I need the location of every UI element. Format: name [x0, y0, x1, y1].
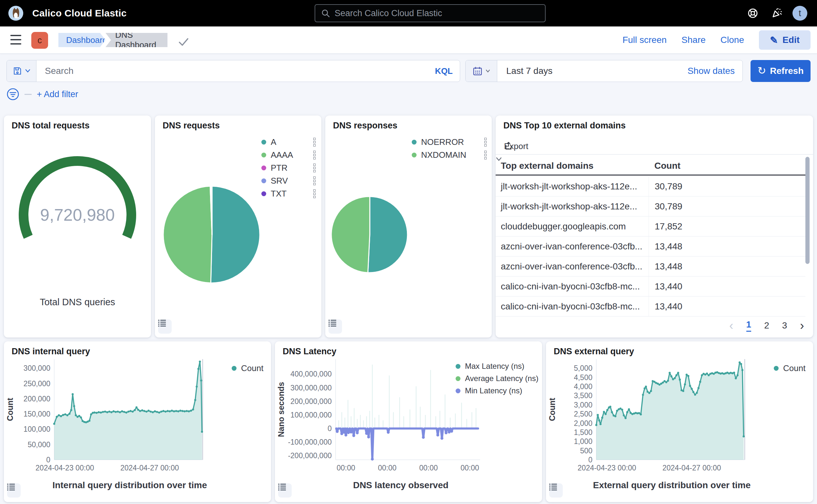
legend-item[interactable]: Average Latency (ns) — [456, 372, 539, 385]
table-row[interactable]: azcni-over-ivan-conference-03cfb...13,44… — [496, 237, 805, 257]
legend-item[interactable]: NXDOMAIN — [412, 148, 487, 161]
pagination-page-2[interactable]: 2 — [764, 320, 769, 331]
calendar-menu[interactable] — [466, 60, 497, 82]
table-row[interactable]: jlt-worksh-jlt-workshop-aks-112e...30,78… — [496, 197, 805, 217]
legend-label: Count — [783, 363, 805, 373]
panel-list-icon[interactable] — [278, 483, 292, 498]
cell-count: 13,440 — [649, 297, 805, 316]
cell-domain: calico-cni-ivan-byocni-03cfb8-mc... — [496, 301, 649, 312]
whats-new-party-icon[interactable] — [770, 6, 783, 20]
pagination-next-icon[interactable]: › — [800, 319, 804, 332]
legend-item[interactable]: A — [261, 136, 316, 148]
kql-search-input[interactable]: Search KQL — [6, 60, 460, 82]
column-header-count[interactable]: Count — [649, 161, 805, 171]
external-query-chart[interactable]: 05001,0001,5002,0002,5003,0003,5004,0004… — [546, 341, 813, 502]
add-filter-button[interactable]: + Add filter — [37, 89, 78, 99]
refresh-label: Refresh — [770, 66, 803, 76]
svg-text:200,000: 200,000 — [24, 395, 50, 403]
legend-label: Min Latency (ns) — [465, 386, 539, 395]
svg-text:5,000: 5,000 — [574, 364, 592, 372]
pagination-page-1[interactable]: 1 — [746, 319, 751, 332]
svg-text:0: 0 — [328, 424, 332, 433]
saved-query-menu[interactable] — [7, 60, 36, 82]
time-range-picker[interactable]: Last 7 days Show dates — [465, 60, 743, 82]
svg-text:300,000: 300,000 — [24, 364, 50, 372]
breadcrumb-dashboard[interactable]: Dashboard — [58, 33, 106, 47]
breadcrumb-dns-dashboard[interactable]: DNS Dashboard — [106, 33, 167, 47]
panel-list-icon[interactable] — [549, 483, 563, 498]
panel-list-icon[interactable] — [158, 319, 172, 334]
legend-dot-icon — [232, 366, 237, 371]
full-screen-button[interactable]: Full screen — [622, 35, 667, 45]
time-range-value[interactable]: Last 7 days — [497, 66, 688, 76]
legend-action-icon[interactable] — [311, 151, 316, 159]
table-body: jlt-worksh-jlt-workshop-aks-112e...30,78… — [496, 176, 805, 317]
menu-icon[interactable] — [10, 35, 21, 45]
legend-item[interactable]: Max Latency (ns) — [456, 360, 539, 372]
column-header-domains[interactable]: Top external domains — [496, 161, 649, 171]
dashboard-navbar: c Dashboard DNS Dashboard Full screen Sh… — [0, 26, 817, 54]
table-row[interactable]: calico-cni-ivan-byocni-03cfb8-mc...13,44… — [496, 277, 805, 297]
legend-action-icon[interactable] — [311, 189, 316, 198]
svg-text:2024-04-23 00:00: 2024-04-23 00:00 — [35, 464, 94, 472]
pagination-prev-icon[interactable]: ‹ — [729, 319, 733, 332]
column-label: Count — [654, 161, 681, 171]
user-avatar[interactable]: t — [792, 6, 807, 21]
pagination-page-3[interactable]: 3 — [782, 320, 787, 331]
svg-text:300,000,000: 300,000,000 — [290, 384, 332, 392]
table-row[interactable]: clouddebugger.googleapis.com17,852 — [496, 217, 805, 237]
kql-button[interactable]: KQL — [435, 66, 460, 76]
panel-list-icon[interactable] — [328, 319, 342, 334]
help-icon[interactable] — [746, 6, 760, 20]
legend-item[interactable]: Min Latency (ns) — [456, 385, 539, 397]
svg-text:400,000,000: 400,000,000 — [290, 370, 332, 378]
legend-dot-icon — [456, 376, 460, 381]
legend-action-icon[interactable] — [311, 138, 316, 146]
table-row[interactable]: jlt-worksh-jlt-workshop-aks-112e...30,78… — [496, 176, 805, 197]
space-badge-letter: c — [37, 35, 42, 45]
table-scrollbar[interactable] — [805, 157, 810, 264]
filter-icon[interactable] — [6, 88, 19, 101]
legend-dot-icon — [261, 140, 266, 145]
svg-text:250,000: 250,000 — [24, 379, 50, 388]
table-header-row: Top external domains Count — [496, 157, 805, 176]
svg-text:2024-04-27 00:00: 2024-04-27 00:00 — [120, 464, 179, 472]
legend-item[interactable]: SRV — [261, 174, 316, 187]
search-icon — [321, 9, 330, 18]
panel-list-icon[interactable] — [7, 483, 21, 498]
legend-label: NXDOMAIN — [421, 150, 478, 160]
edit-button[interactable]: ✎ Edit — [759, 30, 811, 50]
space-badge[interactable]: c — [31, 32, 48, 49]
legend-item[interactable]: AAAA — [261, 148, 316, 161]
svg-text:Count: Count — [5, 398, 15, 421]
legend-item[interactable]: Count — [232, 362, 263, 374]
legend-action-icon[interactable] — [311, 176, 316, 185]
legend-label: SRV — [271, 176, 307, 186]
svg-text:00:00: 00:00 — [419, 464, 438, 472]
legend-action-icon[interactable] — [482, 151, 487, 159]
breadcrumb-label: DNS Dashboard — [115, 30, 162, 50]
refresh-button[interactable]: ↻ Refresh — [751, 60, 811, 82]
table-row[interactable]: calico-cni-ivan-byocni-03cfb8-mc...13,44… — [496, 297, 805, 317]
global-search-input[interactable]: Search Calico Cloud Elastic — [315, 4, 546, 22]
legend-item[interactable]: PTR — [261, 161, 316, 174]
legend-item[interactable]: NOERROR — [412, 136, 487, 148]
dns-latency-legend: Max Latency (ns)Average Latency (ns)Min … — [456, 360, 539, 397]
clone-button[interactable]: Clone — [721, 35, 744, 45]
legend-item[interactable]: Count — [774, 362, 805, 374]
svg-text:1,000: 1,000 — [574, 437, 592, 446]
share-button[interactable]: Share — [681, 35, 706, 45]
export-button[interactable]: Export — [504, 141, 528, 151]
show-dates-button[interactable]: Show dates — [688, 66, 742, 76]
internal-query-chart[interactable]: 050,000100,000150,000200,000250,000300,0… — [4, 341, 271, 502]
table-row[interactable]: azcni-over-ivan-conference-03cfb...13,44… — [496, 257, 805, 277]
top-header-bar: Calico Cloud Elastic Search Calico Cloud… — [0, 0, 817, 26]
cell-domain: azcni-over-ivan-conference-03cfb... — [496, 261, 649, 272]
svg-text:4,500: 4,500 — [574, 373, 592, 382]
legend-action-icon[interactable] — [482, 138, 487, 146]
legend-item[interactable]: TXT — [261, 187, 316, 200]
svg-text:2,000: 2,000 — [574, 419, 592, 428]
svg-text:-200,000,000: -200,000,000 — [288, 451, 332, 460]
legend-action-icon[interactable] — [311, 164, 316, 172]
legend-dot-icon — [774, 366, 779, 371]
